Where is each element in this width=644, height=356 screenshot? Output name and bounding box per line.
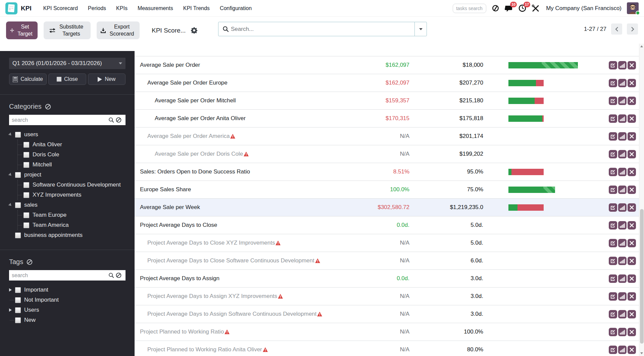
kpi-chart-button[interactable]	[618, 150, 627, 158]
delete-kpi-button[interactable]	[628, 310, 636, 318]
table-row[interactable]: Project Average Days to Assign XYZ Impro…	[135, 288, 639, 305]
pager-next-button[interactable]	[627, 23, 638, 35]
category-checkbox[interactable]	[23, 152, 29, 158]
delete-kpi-button[interactable]	[628, 328, 636, 336]
search-icon[interactable]	[108, 117, 114, 123]
kpi-chart-button[interactable]	[618, 239, 627, 247]
vertical-scrollbar[interactable]	[639, 44, 644, 356]
kpi-chart-button[interactable]	[618, 79, 627, 87]
scroll-up-arrow[interactable]	[639, 44, 644, 49]
delete-kpi-button[interactable]	[628, 132, 636, 141]
kpi-chart-button[interactable]	[618, 346, 627, 354]
edit-kpi-button[interactable]	[609, 186, 617, 194]
tag-checkbox[interactable]	[15, 287, 21, 293]
category-child-item[interactable]: Software Continuous Development	[18, 180, 126, 190]
edit-kpi-button[interactable]	[609, 79, 617, 87]
edit-kpi-button[interactable]	[609, 346, 617, 354]
ban-icon[interactable]	[45, 104, 51, 110]
table-row[interactable]: Project Average Days to Close XYZ Improv…	[135, 234, 639, 252]
kpi-app-icon[interactable]	[5, 2, 17, 14]
category-item[interactable]: business appointments	[9, 230, 126, 240]
tree-collapsed-arrow-icon[interactable]	[9, 288, 12, 292]
kpi-chart-button[interactable]	[618, 168, 627, 176]
tree-expand-arrow-icon[interactable]	[8, 173, 13, 177]
category-checkbox[interactable]	[23, 182, 29, 188]
edit-kpi-button[interactable]	[609, 239, 617, 247]
category-child-item[interactable]: XYZ Improvements	[18, 190, 126, 200]
delete-kpi-button[interactable]	[628, 186, 636, 194]
tree-expand-arrow-icon[interactable]	[8, 133, 13, 137]
substitute-targets-button[interactable]: Substitute Targets	[44, 21, 91, 39]
tags-search-input[interactable]	[9, 270, 126, 281]
kpi-chart-button[interactable]	[618, 114, 627, 123]
set-target-button[interactable]: Set Target	[6, 21, 38, 39]
category-checkbox[interactable]	[15, 233, 21, 238]
avatar[interactable]	[627, 2, 639, 14]
kpi-chart-button[interactable]	[618, 221, 627, 230]
edit-kpi-button[interactable]	[609, 97, 617, 105]
category-item[interactable]: sales	[9, 200, 126, 210]
delete-kpi-button[interactable]	[628, 274, 636, 283]
delete-kpi-button[interactable]	[628, 203, 636, 212]
category-checkbox[interactable]	[15, 132, 21, 138]
delete-kpi-button[interactable]	[628, 97, 636, 105]
tag-checkbox[interactable]	[15, 297, 21, 303]
table-row[interactable]: Average Sale per Order Europe $162,097 $…	[135, 74, 639, 92]
table-row[interactable]: Sales: Orders Open to Done Success Ratio…	[135, 163, 639, 181]
nav-item-kpi-scorecard[interactable]: KPI Scorecard	[39, 3, 82, 14]
tag-item[interactable]: Important	[9, 285, 126, 295]
nav-item-measurements[interactable]: Measurements	[133, 3, 178, 14]
close-period-button[interactable]: Close	[48, 73, 86, 85]
category-checkbox[interactable]	[23, 192, 29, 198]
category-checkbox[interactable]	[15, 202, 21, 208]
ban-icon[interactable]	[27, 259, 33, 265]
category-child-item[interactable]: Anita Oliver	[18, 140, 126, 150]
tag-item[interactable]: Users	[9, 305, 126, 315]
nav-item-periods[interactable]: Periods	[84, 3, 110, 14]
kpi-chart-button[interactable]	[618, 310, 627, 318]
activities-clock-icon[interactable]: 17	[518, 4, 527, 13]
table-row[interactable]: Average Sale per Order America N/A $201,…	[135, 128, 639, 145]
export-scorecard-button[interactable]: Export Scorecard	[97, 21, 140, 39]
table-row[interactable]: Project Average Days to Assign Software …	[135, 305, 639, 323]
delete-kpi-button[interactable]	[628, 257, 636, 265]
nav-item-kpis[interactable]: KPIs	[112, 3, 132, 14]
ban-icon[interactable]	[116, 272, 121, 278]
ban-icon[interactable]	[116, 117, 121, 123]
table-row[interactable]: Europe Sales Share 100.0% 75.0%	[135, 181, 639, 199]
pager-previous-button[interactable]	[611, 23, 622, 35]
delete-kpi-button[interactable]	[628, 114, 636, 123]
edit-kpi-button[interactable]	[609, 328, 617, 336]
category-child-item[interactable]: Team America	[18, 220, 126, 230]
search-dropdown-toggle[interactable]	[414, 22, 427, 36]
category-checkbox[interactable]	[15, 172, 21, 178]
table-row[interactable]: Project Planned to Working Ratio Anita O…	[135, 341, 639, 356]
delete-kpi-button[interactable]	[628, 61, 636, 69]
table-row[interactable]: Project Average Days to Assign 0.0d. 3.0…	[135, 270, 639, 288]
categories-search-input[interactable]	[9, 115, 126, 125]
edit-kpi-button[interactable]	[609, 257, 617, 265]
tasks-search-input[interactable]	[453, 4, 486, 13]
gear-icon[interactable]	[191, 27, 197, 34]
category-checkbox[interactable]	[23, 142, 29, 148]
table-row[interactable]: Project Planned to Working Ratio N/A 100…	[135, 323, 639, 341]
tree-expand-arrow-icon[interactable]	[8, 203, 13, 207]
kpi-chart-button[interactable]	[618, 274, 627, 283]
period-select[interactable]: Q1 2026 (01/01/2026 - 03/31/2026)	[9, 58, 126, 69]
kpi-chart-button[interactable]	[618, 292, 627, 301]
category-child-item[interactable]: Mitchell	[18, 160, 126, 170]
edit-kpi-button[interactable]	[609, 292, 617, 301]
tag-checkbox[interactable]	[15, 317, 21, 323]
tag-item[interactable]: Not Important	[9, 295, 126, 305]
kpi-chart-button[interactable]	[618, 328, 627, 336]
category-child-item[interactable]: Team Europe	[18, 210, 126, 220]
edit-kpi-button[interactable]	[609, 61, 617, 69]
search-input[interactable]	[229, 26, 414, 33]
scroll-down-arrow[interactable]	[639, 351, 644, 356]
table-row[interactable]: Project Average Days to Close Software C…	[135, 252, 639, 270]
category-item[interactable]: project	[9, 170, 126, 180]
kpi-chart-button[interactable]	[618, 203, 627, 212]
edit-kpi-button[interactable]	[609, 310, 617, 318]
table-row[interactable]: Project Average Days to Close 0.0d. 5.0d…	[135, 216, 639, 234]
delete-kpi-button[interactable]	[628, 168, 636, 176]
